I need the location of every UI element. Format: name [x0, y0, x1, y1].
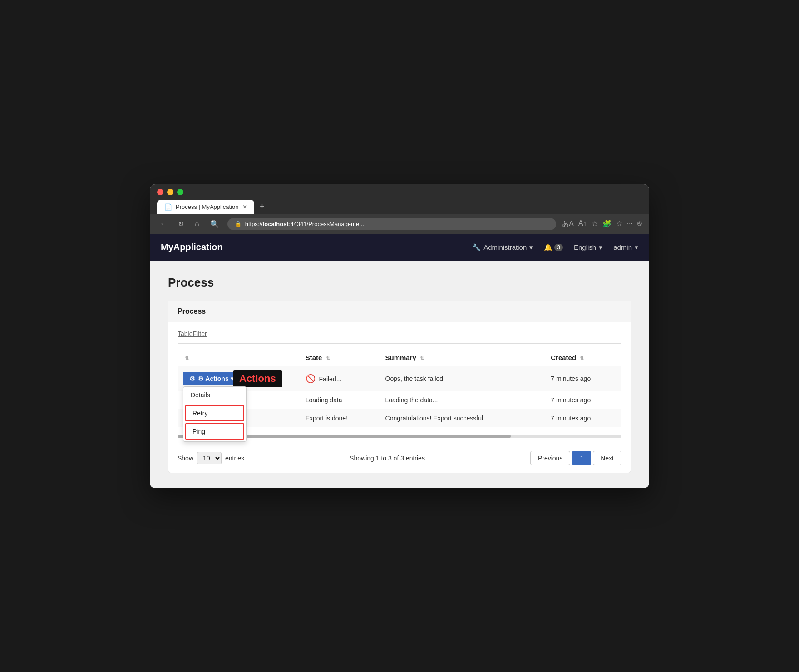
- minimize-button[interactable]: [167, 189, 173, 195]
- page-content: Process Process TableFilter ⇅ State ⇅ Su…: [150, 261, 649, 488]
- favorites-icon[interactable]: ☆: [616, 219, 622, 229]
- card-title: Process: [178, 307, 206, 315]
- state-text: Failed...: [319, 376, 342, 383]
- created-cell: 7 minutes ago: [545, 366, 621, 391]
- tab-favicon: 📄: [164, 203, 172, 211]
- actions-button[interactable]: ⚙ ⚙ Actions ▾ ▾: [183, 372, 246, 385]
- page-1-button[interactable]: 1: [572, 451, 591, 465]
- language-chevron-icon: ▾: [599, 243, 602, 252]
- back-button[interactable]: ←: [157, 218, 170, 230]
- user-chevron-icon: ▾: [635, 243, 638, 252]
- card-body: TableFilter ⇅ State ⇅ Summary ⇅ Created …: [168, 322, 631, 473]
- reader-icon[interactable]: A↑: [578, 219, 587, 229]
- close-button[interactable]: [157, 189, 163, 195]
- translate-icon[interactable]: あA: [562, 219, 574, 229]
- state-cell: 🚫 Failed...: [300, 366, 380, 391]
- col-state: State ⇅: [300, 349, 380, 366]
- app-logo: MyApplication: [161, 242, 223, 252]
- table-header-row: ⇅ State ⇅ Summary ⇅ Created ⇅: [178, 349, 621, 366]
- bell-icon: 🔔: [544, 243, 552, 252]
- entries-per-page-select[interactable]: 10 25 50: [197, 452, 222, 464]
- created-cell: 7 minutes ago: [545, 409, 621, 427]
- summary-cell: Oops, the task failed!: [380, 366, 546, 391]
- tab-close-icon[interactable]: ✕: [242, 204, 247, 210]
- user-label: admin: [613, 243, 632, 251]
- state-cell: Loading data: [300, 391, 380, 409]
- more-icon[interactable]: ···: [627, 219, 633, 229]
- administration-label: Administration: [483, 243, 527, 251]
- dropdown-wrapper: ⚙ ⚙ Actions ▾ ▾ Details Retry Ping: [183, 372, 246, 385]
- entries-suffix: entries: [225, 455, 244, 462]
- new-tab-button[interactable]: +: [256, 201, 269, 213]
- process-card: Process TableFilter ⇅ State ⇅ Summary ⇅ …: [168, 301, 631, 473]
- browser-chrome: 📄 Process | MyApplication ✕ +: [150, 184, 649, 214]
- actions-dropdown-menu: Details Retry Ping: [183, 386, 247, 442]
- entries-info: Showing 1 to 3 of 3 entries: [350, 455, 425, 462]
- previous-button[interactable]: Previous: [530, 451, 570, 465]
- address-bar[interactable]: 🔒 https://localhost:44341/ProcessManagem…: [227, 218, 557, 230]
- user-menu[interactable]: admin ▾: [613, 243, 638, 252]
- table-row: ⚙ ⚙ Actions ▾ ▾ Details Retry Ping: [178, 366, 621, 391]
- summary-cell: Loading the data...: [380, 391, 546, 409]
- bookmark-icon[interactable]: ☆: [592, 219, 598, 229]
- tab-title: Process | MyApplication: [176, 203, 239, 210]
- sort-icon-summary: ⇅: [420, 356, 424, 361]
- lock-icon: 🔒: [235, 221, 242, 227]
- nav-extras: あA A↑ ☆ 🧩 ☆ ··· ⎋: [562, 219, 642, 229]
- status-failed-icon: 🚫: [306, 374, 316, 383]
- sort-icon-state: ⇅: [326, 356, 330, 361]
- show-label: Show: [178, 455, 193, 462]
- dropdown-item-details[interactable]: Details: [183, 387, 246, 403]
- next-button[interactable]: Next: [593, 451, 621, 465]
- notifications[interactable]: 🔔 3: [544, 243, 563, 252]
- dropdown-item-retry[interactable]: Retry: [185, 405, 244, 421]
- table-footer: Show 10 25 50 entries Showing 1 to 3 of …: [178, 444, 621, 465]
- state-cell: Export is done!: [300, 409, 380, 427]
- created-cell: 7 minutes ago: [545, 391, 621, 409]
- app-header: MyApplication 🔧 Administration ▾ 🔔 3 Eng…: [150, 234, 649, 261]
- traffic-lights: [157, 189, 642, 195]
- pagination: Previous 1 Next: [530, 451, 621, 465]
- active-tab[interactable]: 📄 Process | MyApplication ✕: [157, 200, 254, 214]
- sort-icon: ⇅: [185, 356, 189, 361]
- wrench-icon: 🔧: [472, 243, 481, 252]
- table-divider: [178, 343, 621, 344]
- language-selector[interactable]: English ▾: [574, 243, 602, 252]
- summary-cell: Congratulations! Export successful.: [380, 409, 546, 427]
- caret-icon: ▾: [237, 375, 240, 382]
- url-text: https://localhost:44341/ProcessManageme.…: [245, 221, 364, 227]
- show-entries: Show 10 25 50 entries: [178, 452, 244, 464]
- browser-nav-bar: ← ↻ ⌂ 🔍 🔒 https://localhost:44341/Proces…: [150, 214, 649, 234]
- maximize-button[interactable]: [177, 189, 183, 195]
- administration-menu[interactable]: 🔧 Administration ▾: [472, 243, 533, 252]
- gear-icon: ⚙: [189, 375, 195, 382]
- sort-icon-created: ⇅: [580, 356, 584, 361]
- sidebar-icon[interactable]: ⎋: [637, 219, 642, 229]
- notification-badge: 3: [554, 244, 563, 251]
- col-summary: Summary ⇅: [380, 349, 546, 366]
- table-filter-link[interactable]: TableFilter: [178, 330, 207, 337]
- card-header: Process: [168, 301, 631, 322]
- search-nav-button[interactable]: 🔍: [207, 218, 222, 230]
- refresh-button[interactable]: ↻: [175, 218, 187, 230]
- col-created: Created ⇅: [545, 349, 621, 366]
- extensions-icon[interactable]: 🧩: [602, 219, 612, 229]
- home-button[interactable]: ⌂: [192, 218, 202, 230]
- page-title: Process: [168, 276, 631, 290]
- chevron-down-icon: ▾: [529, 243, 533, 252]
- process-table: ⇅ State ⇅ Summary ⇅ Created ⇅: [178, 349, 621, 427]
- header-nav: 🔧 Administration ▾ 🔔 3 English ▾ admin ▾: [472, 243, 638, 252]
- language-label: English: [574, 243, 596, 251]
- dropdown-item-ping[interactable]: Ping: [185, 423, 244, 440]
- browser-window: 📄 Process | MyApplication ✕ + ← ↻ ⌂ 🔍 🔒 …: [150, 184, 649, 488]
- col-actions: ⇅: [178, 349, 300, 366]
- row-actions-cell: ⚙ ⚙ Actions ▾ ▾ Details Retry Ping: [178, 366, 300, 391]
- tab-bar: 📄 Process | MyApplication ✕ +: [157, 200, 642, 214]
